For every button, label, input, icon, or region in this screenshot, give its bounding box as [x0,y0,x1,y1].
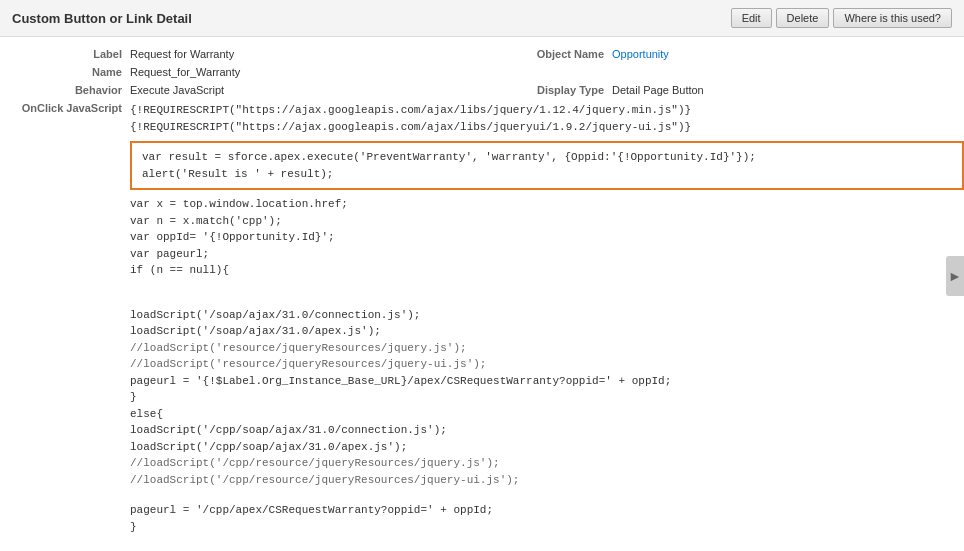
code-empty-4 [130,535,964,549]
code-line-3: var x = top.window.location.href; [130,196,964,213]
behavior-value: Execute JavaScript [130,84,482,96]
main-content: Label Request for Warranty Object Name O… [0,37,964,551]
code-line-15: } [130,389,964,406]
code-line-22: pageurl = '/cpp/apex/CSRequestWarranty?o… [130,502,964,519]
code-line-6: var pageurl; [130,246,964,263]
object-name-label: Object Name [482,48,612,60]
object-name-link[interactable]: Opportunity [612,48,669,60]
name-label: Name [0,66,130,78]
object-name-field: Object Name Opportunity [482,48,964,60]
code-highlight-box[interactable]: var result = sforce.apex.execute('Preven… [130,141,964,190]
code-line-14: pageurl = '{!$Label.Org_Instance_Base_UR… [130,373,964,390]
behavior-label: Behavior [0,84,130,96]
name-value: Request_for_Warranty [130,66,964,78]
code-line-16: else{ [130,406,964,423]
code-line-4: var n = x.match('cpp'); [130,213,964,230]
code-line-12: //loadScript('resource/jqueryResources/j… [130,340,964,357]
edit-button[interactable]: Edit [731,8,772,28]
onclick-code: {!REQUIRESCRIPT("https://ajax.googleapis… [130,102,964,551]
onclick-row: OnClick JavaScript {!REQUIRESCRIPT("http… [0,99,964,551]
code-line-11: loadScript('/soap/ajax/31.0/apex.js'); [130,323,964,340]
code-line-17: loadScript('/cpp/soap/ajax/31.0/connecti… [130,422,964,439]
right-panel-toggle[interactable]: ► [946,256,964,296]
code-line-18: loadScript('/cpp/soap/ajax/31.0/apex.js'… [130,439,964,456]
display-type-value: Detail Page Button [612,84,964,96]
highlight-line-2: alert('Result is ' + result); [142,166,952,183]
code-line-20: //loadScript('/cpp/resource/jqueryResour… [130,472,964,489]
code-line-13: //loadScript('resource/jqueryResources/j… [130,356,964,373]
display-type-field: Display Type Detail Page Button [482,84,964,96]
onclick-label: OnClick JavaScript [0,102,130,114]
name-row: Name Request_for_Warranty [0,63,964,81]
display-type-label: Display Type [482,84,612,96]
object-name-value: Opportunity [612,48,964,60]
behavior-row: Behavior Execute JavaScript Display Type… [0,81,964,99]
code-empty-3 [130,488,964,502]
code-empty-2 [130,293,964,307]
where-used-button[interactable]: Where is this used? [833,8,952,28]
chevron-right-icon: ► [948,268,962,284]
code-line-23: } [130,519,964,536]
header-buttons: Edit Delete Where is this used? [731,8,952,28]
page-header: Custom Button or Link Detail Edit Delete… [0,0,964,37]
code-line-19: //loadScript('/cpp/resource/jqueryResour… [130,455,964,472]
delete-button[interactable]: Delete [776,8,830,28]
code-line-2: {!REQUIRESCRIPT("https://ajax.googleapis… [130,119,964,136]
label-value: Request for Warranty [130,48,482,60]
label-field: Label Request for Warranty [0,48,482,60]
label-label: Label [0,48,130,60]
code-empty-1 [130,279,964,293]
behavior-field: Behavior Execute JavaScript [0,84,482,96]
code-line-1: {!REQUIRESCRIPT("https://ajax.googleapis… [130,102,964,119]
page-title: Custom Button or Link Detail [12,11,192,26]
label-row: Label Request for Warranty Object Name O… [0,45,964,63]
code-line-5: var oppId= '{!Opportunity.Id}'; [130,229,964,246]
highlight-line-1: var result = sforce.apex.execute('Preven… [142,149,952,166]
code-line-10: loadScript('/soap/ajax/31.0/connection.j… [130,307,964,324]
code-line-7: if (n == null){ [130,262,964,279]
